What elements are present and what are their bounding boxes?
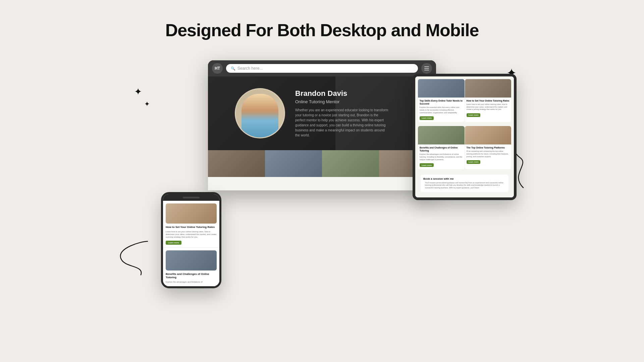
tablet-card-4: The Top Online Tutoring Platforms I'll b… [465, 126, 512, 169]
mobile-mockup: How to Set Your Online Tutoring Rates Le… [161, 192, 221, 288]
tablet-card-row-1: Top Skills Every Online Tutor Needs to S… [415, 76, 514, 122]
tutor-avatar [235, 88, 285, 138]
tablet-card-image-1 [418, 79, 465, 98]
mobile-card-1-title: How to Set Your Online Tutoring Rates [166, 226, 217, 229]
desktop-logo: HT [212, 63, 223, 74]
mobile-card-1-desc: Learn how to set your online tutoring ra… [166, 230, 217, 239]
search-placeholder-text: Search here... [237, 66, 263, 71]
tablet-card-3-title: Benefits and Challenges of Online Tutori… [418, 146, 465, 152]
squiggle-left-decoration [114, 238, 154, 278]
mobile-notch-bar [183, 197, 200, 198]
desktop-mockup: HT 🔍 Search here... [208, 60, 436, 190]
tablet-card-2-learn-btn[interactable]: Learn more [467, 113, 481, 117]
tablet-card-image-3 [418, 126, 465, 144]
tablet-card-image-2 [465, 79, 512, 98]
mobile-content: How to Set Your Online Tutoring Rates Le… [163, 201, 219, 286]
tablet-booking-title: Book a session with me [423, 177, 506, 180]
desktop-mini-card-1 [208, 150, 265, 190]
desktop-mini-card-2 [265, 150, 322, 190]
tablet-card-row-2: Benefits and Challenges of Online Tutori… [415, 123, 514, 169]
mobile-card-2-title: Benefits and Challenges of Online Tutori… [166, 273, 217, 280]
hero-text-block: Brandon Davis Online Tutoring Mentor Whe… [295, 89, 389, 138]
mobile-card-image-1 [166, 203, 217, 224]
tutor-role: Online Tutoring Mentor [295, 99, 389, 104]
tablet-booking-wrapper: Book a session with me You'll receive pe… [415, 169, 514, 197]
desktop-card-image-1 [208, 150, 265, 177]
desktop-hero-section: Brandon Davis Online Tutoring Mentor Whe… [208, 76, 436, 150]
tablet-content: Top Skills Every Online Tutor Needs to S… [415, 76, 514, 197]
tutor-description: Whether you are an experienced educator … [295, 108, 389, 138]
tablet-card-3-desc: Explore the advantages and limitations o… [418, 153, 465, 161]
page-title: Designed For Both Desktop and Mobile [165, 20, 479, 40]
tablet-card-1-desc: Explore the essential skills that every … [418, 106, 465, 114]
desktop-main-content: Brandon Davis Online Tutoring Mentor Whe… [208, 76, 436, 190]
tablet-card-1-title: Top Skills Every Online Tutor Needs to S… [418, 99, 465, 105]
hamburger-icon [424, 66, 429, 70]
tablet-card-3-learn-btn[interactable]: Learn more [420, 163, 434, 167]
tablet-booking-section: Book a session with me You'll receive pe… [421, 175, 508, 192]
tablet-card-image-4 [465, 126, 512, 144]
desktop-search-bar[interactable]: 🔍 Search here... [226, 64, 418, 73]
tutor-name: Brandon Davis [295, 89, 389, 98]
tablet-card-3: Benefits and Challenges of Online Tutori… [418, 126, 465, 169]
desktop-cards-row [208, 150, 436, 190]
mobile-card-2: Benefits and Challenges of Online Tutori… [163, 248, 219, 286]
tablet-card-1-learn-btn[interactable]: Learn more [420, 116, 434, 120]
desktop-mini-card-3 [322, 150, 379, 190]
mobile-card-1: How to Set Your Online Tutoring Rates Le… [163, 201, 219, 248]
tablet-mockup: Top Skills Every Online Tutor Needs to S… [413, 74, 517, 200]
devices-container: ✦ ✦ ✦ ✦ HT 🔍 Search here... [154, 60, 490, 295]
tablet-card-2-desc: Learn how to set your online tutoring ra… [465, 103, 512, 111]
avatar-person-image [241, 94, 278, 137]
star-decoration-2: ✦ [144, 101, 150, 107]
tablet-booking-desc: You'll receive personalized guidance and… [423, 182, 506, 189]
desktop-card-image-2 [265, 150, 322, 177]
desktop-menu-button[interactable] [421, 63, 432, 74]
mobile-notch [163, 194, 219, 201]
mobile-card-image-2 [166, 250, 217, 270]
tablet-card-4-learn-btn[interactable]: Learn more [467, 160, 481, 164]
desktop-card-image-3 [322, 150, 379, 177]
mobile-card-1-learn-btn[interactable]: Learn more [166, 241, 181, 245]
tablet-card-1: Top Skills Every Online Tutor Needs to S… [418, 79, 465, 122]
search-icon: 🔍 [231, 66, 235, 71]
tablet-card-4-title: The Top Online Tutoring Platforms [465, 146, 512, 149]
star-decoration-1: ✦ [134, 87, 142, 97]
mobile-card-2-desc: Explore the advantages and limitations o… [166, 281, 217, 283]
tablet-card-2-title: How to Set Your Online Tutoring Rates [465, 99, 512, 102]
desktop-chrome-bar: HT 🔍 Search here... [208, 60, 436, 76]
tablet-card-2: How to Set Your Online Tutoring Rates Le… [465, 79, 512, 122]
tablet-card-4-desc: I'll be reviewing and comparing the top … [465, 150, 512, 158]
